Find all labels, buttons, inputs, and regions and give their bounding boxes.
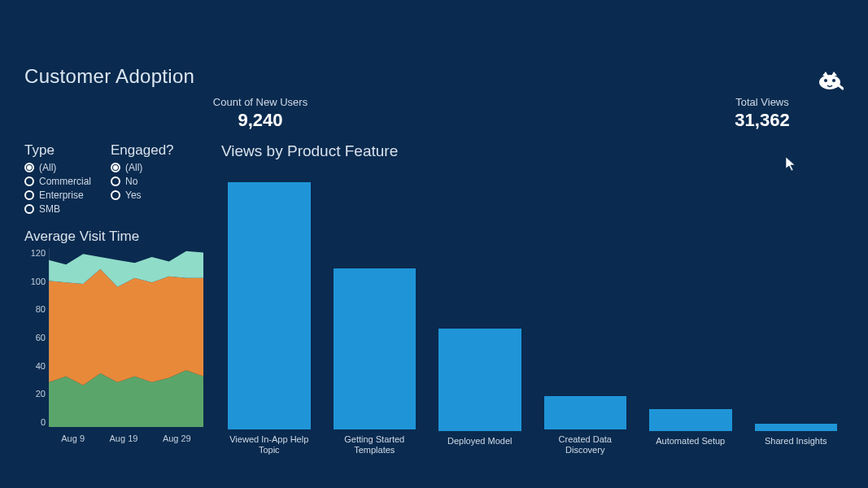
page-title: Customer Adoption — [24, 65, 844, 88]
svg-point-2 — [832, 79, 835, 82]
radio-icon[interactable] — [111, 190, 120, 200]
y-tick: 100 — [24, 277, 46, 286]
bar-column[interactable]: Viewed In-App Help Topic — [228, 182, 311, 455]
svg-point-1 — [824, 79, 827, 82]
bar — [544, 396, 627, 429]
filter-type-title: Type — [24, 142, 91, 159]
y-tick: 60 — [24, 333, 46, 342]
bar-chart[interactable]: Viewed In-App Help TopicGetting Started … — [221, 175, 844, 455]
kpi-row: Count of New Users 9,240 Total Views 31,… — [179, 96, 844, 131]
filter-type-option[interactable]: Commercial — [24, 176, 91, 187]
area-chart-title: Average Visit Time — [24, 229, 203, 245]
brand-logo-icon — [816, 69, 844, 97]
filter-type-option[interactable]: Enterprise — [24, 190, 91, 201]
filter-engaged-option[interactable]: No — [111, 176, 174, 187]
bar-column[interactable]: Created Data Discovery — [544, 396, 627, 455]
filter-engaged-option[interactable]: (All) — [111, 162, 174, 173]
filter-type-option[interactable]: SMB — [24, 203, 91, 215]
kpi-total-views-value: 31,362 — [681, 110, 844, 131]
bar — [228, 182, 311, 429]
radio-icon[interactable] — [24, 190, 34, 200]
y-tick: 20 — [24, 389, 46, 399]
bar-column[interactable]: Shared Insights — [755, 424, 838, 455]
filter-type-option-label: Commercial — [39, 176, 91, 187]
filter-engaged-option-label: (All) — [125, 162, 142, 173]
kpi-new-users-label: Count of New Users — [179, 96, 342, 108]
bar-column[interactable]: Getting Started Templates — [334, 268, 417, 455]
bar — [755, 424, 838, 431]
filter-type-option-label: Enterprise — [39, 190, 84, 201]
area-chart-y-axis: 120100806040200 — [24, 248, 46, 427]
radio-icon[interactable] — [111, 176, 120, 186]
bar-column[interactable]: Automated Setup — [649, 409, 732, 455]
dashboard: Customer Adoption Count of New Users 9,2… — [0, 0, 868, 488]
radio-icon[interactable] — [24, 163, 34, 172]
area-chart-plot — [49, 248, 203, 427]
kpi-new-users: Count of New Users 9,240 — [179, 96, 342, 131]
radio-icon[interactable] — [111, 163, 120, 172]
filter-type-option-label: (All) — [39, 162, 56, 173]
bar-label: Automated Setup — [656, 436, 725, 455]
radio-icon[interactable] — [24, 204, 34, 214]
filter-type: Type (All)CommercialEnterpriseSMB — [24, 142, 91, 217]
bar-label: Deployed Model — [447, 436, 513, 455]
filter-type-option-label: SMB — [39, 203, 60, 215]
y-tick: 40 — [24, 361, 46, 371]
kpi-new-users-value: 9,240 — [179, 110, 342, 131]
bar-label: Shared Insights — [765, 436, 827, 455]
filter-engaged-option[interactable]: Yes — [111, 190, 174, 201]
x-tick: Aug 19 — [110, 434, 138, 443]
x-tick: Aug 9 — [61, 434, 85, 443]
bar — [334, 268, 417, 429]
filter-engaged-option-label: Yes — [125, 190, 142, 201]
filter-engaged-title: Engaged? — [111, 142, 174, 159]
bar-column[interactable]: Deployed Model — [438, 329, 521, 455]
filter-engaged: Engaged? (All)NoYes — [111, 142, 174, 217]
kpi-total-views: Total Views 31,362 — [681, 96, 844, 131]
area-series — [49, 269, 203, 386]
x-tick: Aug 29 — [163, 434, 191, 443]
filter-engaged-option-label: No — [125, 176, 137, 187]
filter-type-option[interactable]: (All) — [24, 162, 91, 173]
svg-point-0 — [819, 75, 840, 89]
y-tick: 80 — [24, 304, 46, 314]
area-chart[interactable]: 120100806040200 Aug 9Aug 19Aug 29 — [24, 248, 203, 443]
bar-chart-title: Views by Product Feature — [221, 142, 844, 160]
y-tick: 0 — [24, 417, 46, 427]
kpi-total-views-label: Total Views — [681, 96, 844, 108]
bar-label: Created Data Discovery — [544, 434, 627, 455]
bar-label: Viewed In-App Help Topic — [228, 434, 311, 455]
radio-icon[interactable] — [24, 176, 34, 186]
y-tick: 120 — [24, 248, 46, 258]
bar-label: Getting Started Templates — [334, 434, 417, 455]
area-chart-x-axis: Aug 9Aug 19Aug 29 — [49, 434, 203, 443]
bar — [438, 329, 521, 431]
bar — [649, 409, 732, 431]
